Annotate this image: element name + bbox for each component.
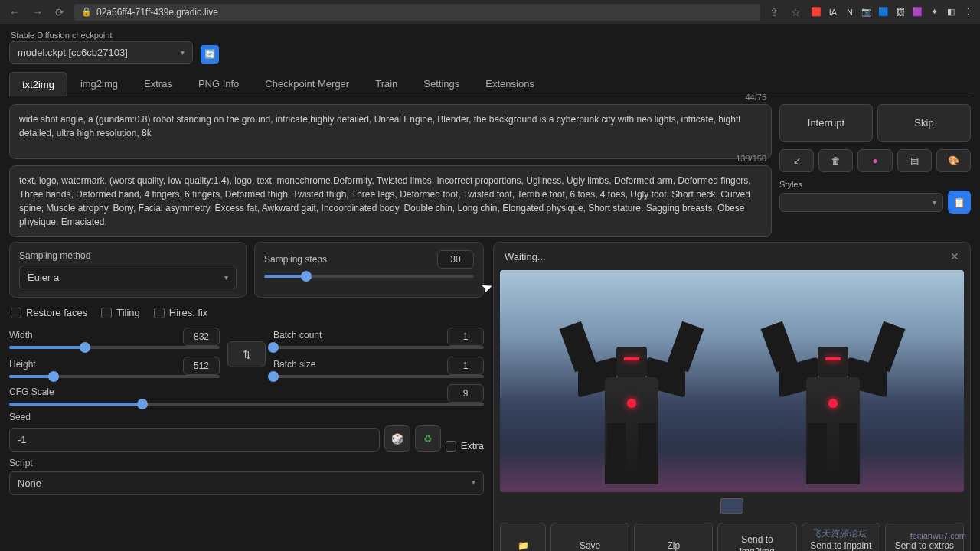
tiling-checkbox[interactable]: Tiling: [101, 307, 140, 318]
open-folder-button[interactable]: 📁: [500, 523, 546, 551]
chevron-down-icon: ▾: [224, 273, 228, 282]
tab-settings[interactable]: Settings: [410, 71, 472, 96]
width-label: Width: [9, 330, 33, 341]
share-icon[interactable]: ⇪: [766, 3, 782, 21]
checkpoint-value: model.ckpt [cc6cb27103]: [18, 47, 128, 58]
zip-button[interactable]: Zip: [634, 523, 713, 551]
restore-faces-label: Restore faces: [26, 307, 87, 318]
sampling-steps-value[interactable]: 30: [437, 250, 474, 269]
browser-chrome: ← → ⟳ 🔒 02a56ff4-71ff-439e.gradio.live ⇪…: [0, 0, 980, 24]
extra-seed-checkbox[interactable]: Extra: [446, 440, 484, 452]
sampling-method-value: Euler a: [28, 272, 59, 283]
height-label: Height: [9, 359, 36, 370]
url-bar[interactable]: 🔒 02a56ff4-71ff-439e.gradio.live: [74, 4, 760, 21]
sampling-steps-label: Sampling steps: [264, 254, 430, 265]
width-value[interactable]: 832: [183, 328, 220, 346]
hires-fix-checkbox[interactable]: Hires. fix: [154, 307, 208, 318]
extra-networks-button[interactable]: ●: [858, 149, 892, 172]
ext-icon[interactable]: 🟪: [911, 6, 923, 18]
lock-icon: 🔒: [81, 7, 92, 17]
width-slider[interactable]: [9, 346, 220, 349]
restore-faces-checkbox[interactable]: Restore faces: [11, 307, 87, 318]
tab-extras[interactable]: Extras: [131, 71, 185, 96]
ext-icon[interactable]: ⋮: [962, 6, 974, 18]
ext-icon[interactable]: 🖼: [894, 6, 906, 18]
ext-icon[interactable]: IA: [827, 6, 839, 18]
cfg-value[interactable]: 9: [447, 384, 484, 403]
ext-icon[interactable]: ✦: [928, 6, 940, 18]
tab-extensions[interactable]: Extensions: [472, 71, 547, 96]
paste-button[interactable]: ↙: [779, 149, 814, 172]
main-tabs: txt2img img2img Extras PNG Info Checkpoi…: [9, 71, 971, 96]
tab-img2img[interactable]: img2img: [67, 71, 131, 96]
sampling-steps-slider[interactable]: [264, 275, 474, 278]
negative-prompt-textarea[interactable]: 138/150 text, logo, watermark, (worst qu…: [9, 165, 772, 237]
styles-label: Styles: [779, 180, 971, 189]
send-to-img2img-button[interactable]: Send to img2img: [717, 523, 796, 551]
extra-seed-label: Extra: [461, 440, 484, 452]
ext-icon[interactable]: 📷: [861, 6, 873, 18]
batch-count-slider[interactable]: [273, 346, 484, 349]
clear-button[interactable]: 🗑: [818, 149, 853, 172]
height-value[interactable]: 512: [183, 357, 220, 375]
ext-icon[interactable]: 🟥: [810, 6, 822, 18]
styles-select[interactable]: ▾: [779, 193, 943, 212]
slider-thumb[interactable]: [48, 371, 59, 382]
cfg-slider[interactable]: [9, 403, 484, 406]
interrupt-button[interactable]: Interrupt: [779, 104, 873, 142]
reload-button[interactable]: ⟳: [52, 3, 67, 21]
batch-count-label: Batch count: [273, 330, 322, 341]
extension-icons: 🟥 IA N 📷 🟦 🖼 🟪 ✦ ◧ ⋮: [810, 6, 974, 18]
random-seed-button[interactable]: 🎲: [384, 425, 410, 452]
swap-dimensions-button[interactable]: ⇅: [227, 341, 266, 367]
output-thumbnail[interactable]: [720, 498, 743, 514]
save-button[interactable]: Save: [550, 523, 629, 551]
slider-thumb[interactable]: [301, 271, 312, 282]
card-button[interactable]: ▤: [897, 149, 932, 172]
checkbox-icon: [154, 308, 165, 318]
output-image[interactable]: [500, 270, 964, 492]
tab-train[interactable]: Train: [362, 71, 410, 96]
script-select[interactable]: None ▾: [9, 471, 484, 495]
checkbox-icon: [11, 308, 21, 318]
prompt-text: wide shot angle, a (gundam:0.8) robot st…: [19, 112, 762, 140]
ext-icon[interactable]: 🟦: [877, 6, 890, 18]
reuse-seed-button[interactable]: ♻: [415, 425, 441, 452]
prompt-textarea[interactable]: 44/75 wide shot angle, a (gundam:0.8) ro…: [9, 104, 772, 159]
sampling-method-select[interactable]: Euler a ▾: [19, 266, 237, 289]
tab-txt2img[interactable]: txt2img: [9, 72, 67, 96]
ext-icon[interactable]: N: [844, 6, 856, 18]
hires-fix-label: Hires. fix: [169, 307, 208, 318]
apply-style-button[interactable]: 📋: [948, 191, 971, 214]
batch-count-value[interactable]: 1: [447, 328, 484, 346]
skip-button[interactable]: Skip: [877, 104, 971, 142]
chevron-down-icon: ▾: [472, 478, 475, 489]
output-panel: Waiting... ✕: [493, 242, 971, 551]
seed-label: Seed: [9, 412, 484, 422]
slider-thumb[interactable]: [137, 399, 148, 409]
tiling-label: Tiling: [116, 307, 140, 318]
seed-input[interactable]: -1: [9, 428, 380, 452]
checkpoint-label: Stable Diffusion checkpoint: [11, 31, 193, 40]
height-slider[interactable]: [9, 375, 220, 378]
palette-button[interactable]: 🎨: [936, 149, 971, 172]
slider-thumb[interactable]: [80, 342, 90, 353]
slider-thumb[interactable]: [268, 342, 279, 353]
star-icon[interactable]: ☆: [788, 3, 804, 21]
output-status: Waiting...: [505, 251, 546, 262]
batch-size-value[interactable]: 1: [447, 357, 484, 375]
refresh-checkpoint-button[interactable]: 🔄: [201, 45, 219, 64]
close-icon[interactable]: ✕: [950, 250, 959, 262]
tab-pnginfo[interactable]: PNG Info: [185, 71, 252, 96]
tab-checkpoint-merger[interactable]: Checkpoint Merger: [252, 71, 362, 96]
slider-thumb[interactable]: [268, 371, 279, 382]
watermark: feitianwu7.com: [910, 531, 966, 540]
forward-button[interactable]: →: [29, 3, 46, 21]
prompt-token-count: 44/75: [745, 93, 766, 102]
negative-prompt-token-count: 138/150: [736, 154, 766, 163]
batch-size-slider[interactable]: [273, 375, 484, 378]
chevron-down-icon: ▾: [181, 48, 185, 57]
back-button[interactable]: ←: [6, 3, 23, 21]
checkpoint-select[interactable]: model.ckpt [cc6cb27103] ▾: [9, 41, 193, 64]
ext-icon[interactable]: ◧: [945, 6, 957, 18]
